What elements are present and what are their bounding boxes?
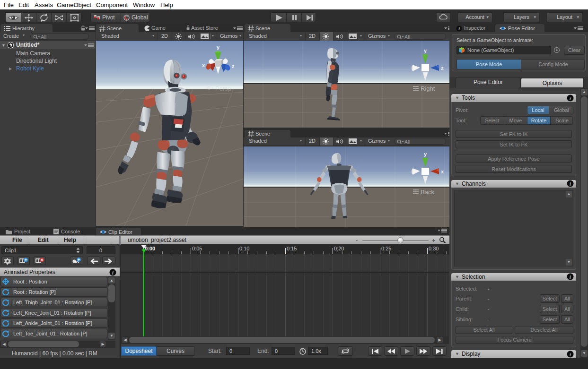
svg-text:Persp: Persp <box>215 85 231 92</box>
svg-text:i: i <box>570 275 571 280</box>
svg-text:z: z <box>441 65 444 71</box>
svg-text:i: i <box>570 352 571 357</box>
svg-text:x: x <box>202 62 205 68</box>
svg-text:Back: Back <box>421 189 434 196</box>
svg-text:x: x <box>441 169 444 174</box>
svg-text:i: i <box>570 96 571 101</box>
svg-text:Right: Right <box>421 85 435 92</box>
svg-text:i: i <box>112 270 114 275</box>
svg-text:y: y <box>217 44 220 50</box>
svg-text:y: y <box>424 48 427 53</box>
svg-text:y: y <box>424 151 427 157</box>
svg-text:i: i <box>570 181 571 187</box>
svg-text:z: z <box>232 63 235 69</box>
